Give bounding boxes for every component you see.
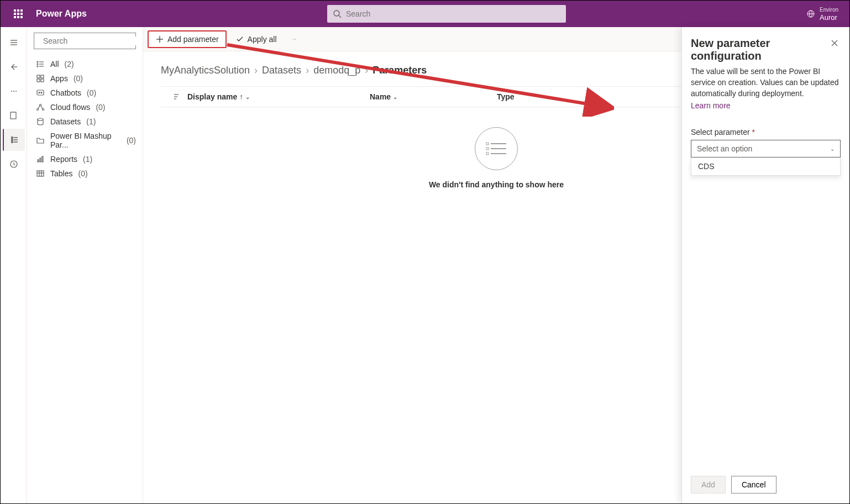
nav-history[interactable] bbox=[3, 153, 25, 175]
svg-line-10 bbox=[339, 15, 341, 18]
global-search-input[interactable] bbox=[327, 5, 566, 23]
tree-item-datasets[interactable]: Datasets (1) bbox=[27, 114, 143, 129]
apps-icon bbox=[36, 74, 45, 83]
chevron-down-icon: ⌄ bbox=[245, 94, 250, 100]
add-button[interactable]: Add bbox=[691, 476, 726, 494]
svg-rect-7 bbox=[17, 16, 19, 18]
tree-label: Power BI Mashup Par... bbox=[50, 132, 121, 149]
select-parameter-label: Select parameter * bbox=[691, 128, 841, 136]
svg-point-9 bbox=[334, 11, 339, 16]
col-type[interactable]: Type bbox=[497, 92, 547, 101]
svg-point-31 bbox=[37, 61, 38, 62]
chevron-right-icon: › bbox=[306, 65, 309, 76]
svg-point-47 bbox=[38, 118, 43, 120]
col-name[interactable]: Name ⌄ bbox=[370, 92, 497, 101]
svg-rect-0 bbox=[14, 9, 16, 12]
tree-label: Tables bbox=[50, 169, 72, 178]
search-icon bbox=[333, 9, 342, 20]
tree-item-apps[interactable]: Apps (0) bbox=[27, 71, 143, 86]
svg-rect-48 bbox=[38, 160, 39, 162]
sort-asc-icon: ↑ bbox=[239, 92, 243, 101]
table-icon bbox=[36, 169, 45, 178]
svg-rect-21 bbox=[11, 112, 16, 119]
waffle-button[interactable] bbox=[5, 1, 32, 27]
chevron-right-icon: › bbox=[365, 65, 368, 76]
waffle-icon bbox=[14, 9, 23, 18]
tree-count: (0) bbox=[127, 136, 136, 145]
panel-title: New parameter configuration bbox=[691, 37, 828, 62]
app-title: Power Apps bbox=[36, 9, 87, 19]
svg-point-42 bbox=[39, 92, 40, 93]
sidebar-search-input[interactable] bbox=[43, 36, 140, 45]
tree-item-cloud-flows[interactable]: Cloud flows (0) bbox=[27, 100, 143, 114]
nav-hamburger[interactable] bbox=[3, 32, 25, 54]
flow-icon bbox=[36, 103, 45, 112]
tree-item-tables[interactable]: Tables (0) bbox=[27, 166, 143, 181]
tree-item-all[interactable]: All (2) bbox=[27, 57, 143, 71]
svg-point-35 bbox=[37, 66, 38, 67]
svg-rect-3 bbox=[14, 13, 16, 15]
tree-label: Chatbots bbox=[50, 88, 81, 97]
env-label: Environ bbox=[820, 6, 838, 14]
nav-solutions[interactable] bbox=[3, 129, 25, 151]
svg-rect-67 bbox=[486, 153, 489, 155]
svg-rect-65 bbox=[486, 148, 489, 150]
dropdown-item-cds[interactable]: CDS bbox=[691, 158, 840, 175]
environment-picker[interactable]: Environ Auror bbox=[806, 6, 845, 22]
add-parameter-button[interactable]: Add parameter bbox=[148, 30, 227, 48]
breadcrumb-root[interactable]: MyAnalyticsSolution bbox=[161, 65, 250, 76]
dataset-icon bbox=[36, 117, 45, 126]
svg-rect-38 bbox=[41, 75, 44, 78]
close-button[interactable] bbox=[828, 37, 841, 51]
env-name: Auror bbox=[820, 14, 838, 22]
select-parameter-dropdown[interactable]: Select an option ⌄ bbox=[691, 140, 841, 158]
close-icon bbox=[831, 39, 838, 47]
tree-label: Cloud flows bbox=[50, 103, 90, 112]
tree-item-reports[interactable]: Reports (1) bbox=[27, 152, 143, 166]
svg-point-19 bbox=[13, 91, 14, 92]
svg-point-58 bbox=[294, 39, 295, 39]
sort-button[interactable] bbox=[165, 92, 187, 101]
more-icon bbox=[292, 35, 297, 44]
nav-more[interactable] bbox=[3, 80, 25, 102]
chatbot-icon bbox=[36, 88, 45, 97]
toolbar-more-button[interactable] bbox=[286, 32, 303, 47]
global-search bbox=[327, 5, 566, 23]
svg-rect-40 bbox=[41, 79, 44, 82]
all-icon bbox=[36, 60, 45, 69]
svg-point-26 bbox=[11, 141, 13, 143]
nav-pipelines[interactable] bbox=[3, 104, 25, 127]
tree-label: All bbox=[50, 60, 59, 69]
svg-rect-8 bbox=[20, 16, 23, 18]
learn-more-link[interactable]: Learn more bbox=[691, 101, 841, 110]
svg-point-22 bbox=[11, 137, 13, 139]
add-parameter-label: Add parameter bbox=[167, 35, 219, 44]
svg-point-20 bbox=[15, 91, 17, 92]
apply-all-button[interactable]: Apply all bbox=[229, 32, 284, 47]
svg-rect-2 bbox=[20, 9, 23, 12]
svg-rect-49 bbox=[40, 158, 41, 162]
tree-item-mashup[interactable]: Power BI Mashup Par... (0) bbox=[27, 129, 143, 152]
col-display-name[interactable]: Display name ↑ ⌄ bbox=[187, 92, 370, 101]
nav-back[interactable] bbox=[3, 56, 25, 78]
tree-item-chatbots[interactable]: Chatbots (0) bbox=[27, 86, 143, 100]
folder-icon bbox=[36, 136, 45, 145]
globe-icon bbox=[806, 9, 815, 18]
svg-rect-63 bbox=[486, 143, 489, 145]
tree-count: (2) bbox=[65, 60, 74, 69]
sidebar-search-box bbox=[34, 33, 136, 49]
nav-rail bbox=[1, 27, 27, 503]
select-placeholder: Select an option bbox=[697, 144, 752, 153]
chevron-down-icon: ⌄ bbox=[830, 146, 835, 152]
tree-count: (0) bbox=[87, 88, 96, 97]
svg-rect-4 bbox=[17, 13, 19, 15]
panel-description: The value will be sent to the Power BI s… bbox=[691, 66, 841, 99]
tree-count: (0) bbox=[96, 103, 105, 112]
tree-label: Apps bbox=[50, 74, 68, 83]
chevron-down-icon: ⌄ bbox=[393, 94, 397, 100]
svg-rect-37 bbox=[37, 75, 40, 78]
cancel-button[interactable]: Cancel bbox=[731, 476, 776, 494]
breadcrumb-dataset-name[interactable]: demodq_p bbox=[313, 65, 360, 76]
svg-rect-1 bbox=[17, 9, 19, 12]
breadcrumb-datasets[interactable]: Datasets bbox=[262, 65, 301, 76]
